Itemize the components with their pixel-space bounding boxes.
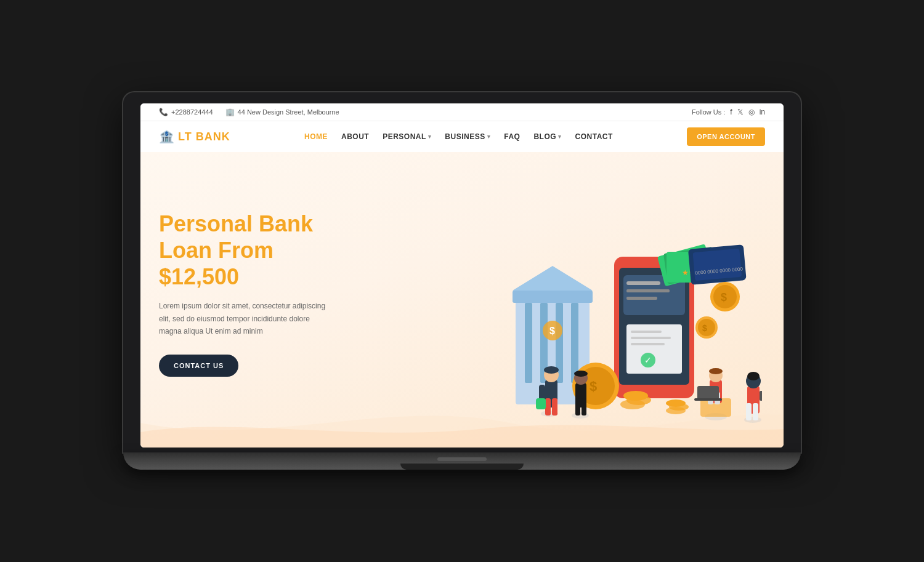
linkedin-icon[interactable]: in [760, 108, 765, 116]
contact-us-button[interactable]: CONTACT US [159, 355, 238, 377]
nav-item-home[interactable]: HOME [304, 132, 328, 141]
bank-icon: 🏦 [159, 129, 174, 144]
facebook-icon[interactable]: f [730, 108, 732, 116]
nav-link-about[interactable]: ABOUT [341, 132, 369, 141]
nav-link-home[interactable]: HOME [304, 132, 328, 141]
screen-content: 📞 +2288724444 🏢 44 New Design Street, Me… [140, 103, 784, 448]
logo[interactable]: 🏦 LT BANK [159, 129, 230, 144]
hero-content: Personal Bank Loan From $12,500 Lorem ip… [159, 211, 413, 414]
hero-description: Lorem ipsum dolor sit amet, consectetur … [159, 300, 331, 337]
svg-rect-69 [760, 391, 762, 401]
svg-rect-62 [694, 398, 722, 401]
svg-rect-13 [626, 289, 670, 292]
phone-info: 📞 +2288724444 [159, 108, 213, 116]
svg-rect-42 [545, 398, 551, 415]
svg-rect-51 [582, 398, 586, 415]
svg-rect-12 [626, 281, 660, 285]
svg-point-26 [623, 391, 648, 401]
logo-text: LT BANK [178, 130, 230, 143]
banking-illustration: $ ✓ [417, 195, 762, 441]
address-info: 🏢 44 New Design Street, Melbourne [225, 108, 339, 116]
svg-rect-14 [626, 297, 657, 300]
svg-rect-17 [631, 337, 671, 339]
nav-item-business[interactable]: BUSINESS ▾ [445, 132, 490, 141]
svg-rect-50 [575, 398, 580, 415]
phone-icon: 📞 [159, 108, 168, 116]
nav-link-blog[interactable]: BLOG ▾ [533, 132, 561, 141]
svg-rect-3 [525, 303, 532, 383]
svg-text:$: $ [590, 379, 597, 394]
svg-marker-2 [513, 266, 593, 291]
svg-text:$: $ [702, 323, 707, 333]
navbar: 🏦 LT BANK HOME ABOUT PERSONAL ▾ [140, 121, 784, 152]
svg-rect-6 [571, 303, 578, 383]
nav-link-faq[interactable]: FAQ [504, 132, 520, 141]
svg-rect-1 [513, 291, 593, 303]
hero-illustration: $ ✓ [413, 183, 765, 441]
svg-rect-18 [631, 343, 665, 345]
svg-rect-71 [692, 249, 742, 281]
svg-text:✓: ✓ [644, 355, 652, 365]
hero-section: Personal Bank Loan From $12,500 Lorem ip… [140, 152, 784, 448]
laptop-container: 📞 +2288724444 🏢 44 New Design Street, Me… [123, 92, 801, 470]
nav-item-contact[interactable]: CONTACT [575, 132, 613, 141]
screen-bezel: 📞 +2288724444 🏢 44 New Design Street, Me… [123, 92, 801, 452]
svg-rect-43 [552, 398, 557, 415]
phone-number: +2288724444 [171, 108, 213, 116]
open-account-button[interactable]: OPEN ACCOUNT [687, 127, 765, 146]
top-bar-right: Follow Us : f 𝕏 ◎ in [692, 108, 765, 116]
svg-point-45 [544, 366, 559, 374]
svg-rect-61 [697, 386, 719, 399]
nav-link-contact[interactable]: CONTACT [575, 132, 613, 141]
svg-rect-65 [746, 403, 752, 420]
nav-link-personal[interactable]: PERSONAL ▾ [383, 132, 431, 141]
nav-item-about[interactable]: ABOUT [341, 132, 369, 141]
nav-item-faq[interactable]: FAQ [504, 132, 520, 141]
hero-title: Personal Bank Loan From $12,500 [159, 211, 413, 291]
nav-item-blog[interactable]: BLOG ▾ [533, 132, 561, 141]
top-bar-left: 📞 +2288724444 🏢 44 New Design Street, Me… [159, 108, 339, 116]
address-icon: 🏢 [225, 108, 235, 116]
nav-links: HOME ABOUT PERSONAL ▾ BUSINESS ▾ FAQ [304, 132, 613, 141]
svg-rect-47 [536, 398, 546, 409]
instagram-icon[interactable]: ◎ [748, 108, 755, 116]
svg-point-53 [574, 371, 588, 377]
nav-item-personal[interactable]: PERSONAL ▾ [383, 132, 431, 141]
svg-text:$: $ [721, 291, 727, 303]
follow-label: Follow Us : [692, 108, 725, 116]
laptop-base [123, 452, 801, 470]
svg-text:$: $ [549, 326, 555, 336]
svg-point-29 [666, 399, 686, 407]
address-text: 44 New Design Street, Melbourne [238, 108, 339, 116]
nav-link-business[interactable]: BUSINESS ▾ [445, 132, 490, 141]
twitter-icon[interactable]: 𝕏 [737, 108, 744, 116]
svg-point-60 [709, 368, 723, 374]
svg-rect-66 [753, 403, 758, 420]
svg-point-68 [747, 372, 760, 380]
svg-rect-16 [631, 331, 662, 333]
top-bar: 📞 +2288724444 🏢 44 New Design Street, Me… [140, 103, 784, 121]
